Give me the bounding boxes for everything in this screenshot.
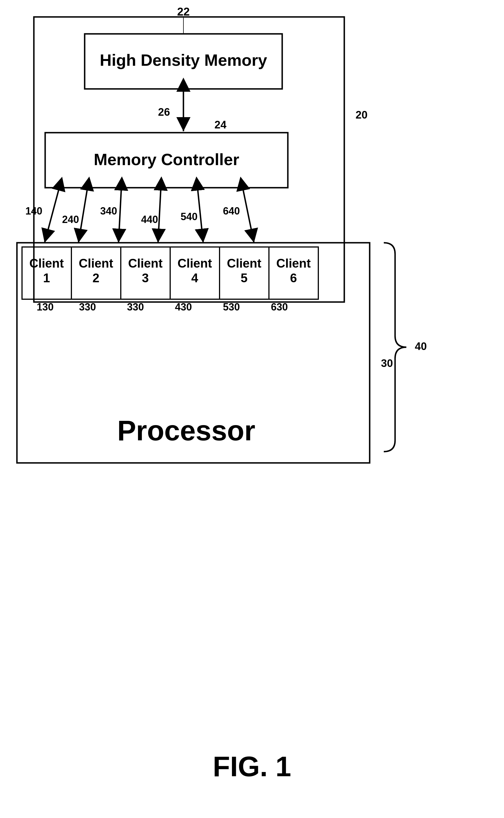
svg-rect-5	[85, 34, 282, 89]
svg-text:240: 240	[62, 214, 79, 225]
svg-rect-30	[220, 247, 269, 299]
svg-rect-25	[17, 243, 370, 463]
svg-text:130: 130	[37, 301, 54, 313]
svg-text:340: 340	[100, 205, 117, 217]
svg-line-18	[243, 188, 254, 243]
svg-text:3: 3	[142, 271, 149, 285]
svg-text:Client: Client	[276, 256, 311, 270]
high-density-memory-label: High Density Memory	[100, 51, 267, 69]
svg-rect-27	[71, 247, 121, 299]
svg-line-16	[158, 188, 161, 243]
svg-line-17	[198, 188, 203, 243]
processor-label: Processor	[117, 415, 255, 446]
svg-text:Client: Client	[227, 256, 262, 270]
svg-text:530: 530	[223, 301, 240, 313]
svg-rect-29	[170, 247, 220, 299]
svg-line-13	[45, 188, 59, 243]
svg-text:330: 330	[127, 301, 144, 313]
svg-text:4: 4	[191, 271, 198, 285]
svg-text:5: 5	[241, 271, 247, 285]
svg-text:Client: Client	[128, 256, 163, 270]
svg-line-14	[78, 188, 87, 243]
svg-text:440: 440	[141, 214, 158, 225]
svg-line-15	[119, 188, 121, 243]
svg-text:1: 1	[43, 271, 50, 285]
svg-rect-31	[269, 247, 318, 299]
svg-text:430: 430	[175, 301, 192, 313]
svg-text:330: 330	[79, 301, 96, 313]
svg-text:Client: Client	[178, 256, 212, 270]
figure-label: FIG. 1	[213, 751, 291, 782]
svg-rect-26	[22, 247, 71, 299]
svg-text:20: 20	[356, 109, 367, 121]
svg-text:26: 26	[158, 106, 170, 118]
svg-text:2: 2	[93, 271, 99, 285]
svg-text:630: 630	[271, 301, 288, 313]
svg-text:22: 22	[177, 5, 190, 18]
svg-text:6: 6	[290, 271, 297, 285]
svg-rect-11	[45, 133, 288, 188]
svg-rect-4	[34, 17, 344, 302]
svg-text:140: 140	[25, 205, 42, 217]
svg-text:Client: Client	[79, 256, 113, 270]
memory-controller-label: Memory Controller	[94, 150, 239, 169]
svg-rect-28	[121, 247, 170, 299]
svg-text:Client: Client	[29, 256, 64, 270]
svg-text:540: 540	[181, 211, 198, 222]
svg-text:30: 30	[381, 357, 393, 369]
svg-text:24: 24	[214, 119, 226, 131]
svg-text:640: 640	[223, 205, 240, 217]
svg-text:40: 40	[415, 340, 427, 352]
